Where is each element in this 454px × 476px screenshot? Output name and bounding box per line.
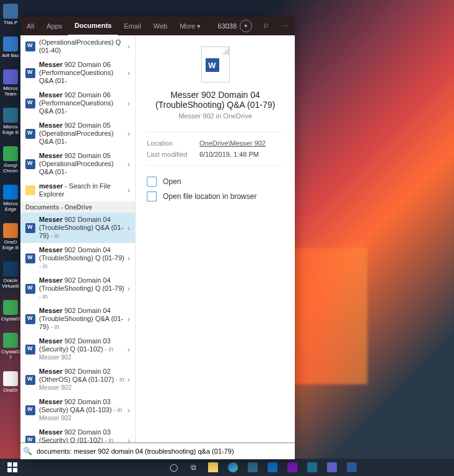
open-label: Open <box>163 177 181 186</box>
word-icon <box>25 42 35 51</box>
chevron-right-icon: › <box>125 254 133 263</box>
results-column: (OperationalProcedures) Q (01-40)›Messer… <box>20 35 136 443</box>
search-result-item[interactable]: Messer 902 Domain 04 (TroubleShooting) Q… <box>20 243 135 273</box>
search-result-item[interactable]: Messer 902 Domain 04 (TroubleShooting) Q… <box>20 273 135 304</box>
result-text: Messer 902 Domain 03 (Security) Q&A (01-… <box>39 398 125 422</box>
result-text: Messer 902 Domain 04 (TroubleShooting) Q… <box>39 246 125 270</box>
filter-tab[interactable]: Documents <box>68 16 118 36</box>
chevron-right-icon: › <box>125 345 133 354</box>
svg-rect-2 <box>7 468 12 472</box>
search-result-item[interactable]: Messer 902 Domain 03 (Security) Q&A (01-… <box>20 395 135 425</box>
open-location-action[interactable]: Open file location in browser <box>147 189 284 204</box>
section-header: Documents - OneDrive <box>20 201 135 213</box>
chevron-right-icon: › <box>125 42 133 51</box>
photos-icon[interactable] <box>302 459 322 476</box>
desktop-icon[interactable]: CrystalD <box>2 300 19 322</box>
word-icon <box>25 284 35 294</box>
results-list[interactable]: (OperationalProcedures) Q (01-40)›Messer… <box>20 35 135 443</box>
desktop-icon[interactable]: This P <box>2 4 19 25</box>
desktop-icon[interactable]: Googl Chrom <box>2 146 19 174</box>
svg-rect-3 <box>13 468 17 472</box>
folder-icon <box>147 192 157 201</box>
file-explorer-icon[interactable] <box>203 459 223 476</box>
word-icon <box>25 314 35 324</box>
search-result-item[interactable]: messer - Search in File Explorer› <box>20 179 135 201</box>
more-options-icon[interactable]: ⋯ <box>276 17 295 35</box>
desktop-wallpaper: This PArif BacMicros TeamMicros Edge BGo… <box>0 0 454 476</box>
result-text: Messer 902 Domain 05 (OperationalProcedu… <box>39 121 125 146</box>
word-icon <box>25 129 35 139</box>
chevron-right-icon: › <box>125 284 133 293</box>
svg-rect-1 <box>13 462 17 467</box>
word-icon[interactable] <box>342 459 362 476</box>
result-text: Messer 902 Domain 06 (PerformanceQuestio… <box>39 61 125 85</box>
word-icon <box>25 223 35 233</box>
modified-value: 6/10/2019, 1:48 PM <box>199 151 259 158</box>
modified-label: Last modified <box>147 151 199 158</box>
desktop-icon[interactable]: OneD Edge B <box>2 223 19 250</box>
edge-icon[interactable] <box>223 459 243 476</box>
desktop-icon[interactable]: Micros Edge B <box>2 108 19 135</box>
word-file-icon: W <box>201 46 230 82</box>
search-result-item[interactable]: Messer 902 Domain 06 (PerformanceQuestio… <box>20 88 135 118</box>
task-view-icon[interactable]: ⧉ <box>183 459 203 476</box>
desktop-icon[interactable]: Micros Edge <box>2 185 19 212</box>
desktop-icons: This PArif BacMicros TeamMicros Edge BGo… <box>2 0 20 393</box>
rewards-points: 63038 <box>217 22 237 30</box>
chevron-right-icon: › <box>125 186 133 195</box>
search-result-item[interactable]: (OperationalProcedures) Q (01-40)› <box>20 35 135 58</box>
search-input[interactable] <box>34 447 295 455</box>
search-result-item[interactable]: Messer 902 Domain 03 (Security) Q (01-10… <box>20 334 135 364</box>
filter-tab[interactable]: All <box>20 17 40 35</box>
search-filter-tabs: AllAppsDocumentsEmailWebMore ▾ 63038 ✦ ⚐… <box>20 17 295 35</box>
result-text: Messer 902 Domain 04 (TroubleShooting) Q… <box>39 276 125 301</box>
desktop-icon[interactable]: Arif Bac <box>2 37 19 58</box>
desktop-icon[interactable]: CrystalD 7 <box>2 333 19 360</box>
svg-rect-0 <box>7 462 12 467</box>
preview-title: Messer 902 Domain 04 (TroubleShooting) Q… <box>154 90 277 110</box>
filter-tab[interactable]: More ▾ <box>173 17 207 35</box>
result-text: Messer 902 Domain 05 (OperationalProcedu… <box>39 152 125 176</box>
filter-tab[interactable]: Web <box>147 17 173 35</box>
desktop-icon[interactable]: Micros Team <box>2 69 19 97</box>
word-icon <box>25 345 35 355</box>
filter-tab[interactable]: Email <box>118 17 147 35</box>
chevron-right-icon: › <box>125 99 133 108</box>
desktop-icon[interactable]: OneDr <box>2 371 19 393</box>
taskbar: ◯ ⧉ <box>0 459 454 476</box>
teams-icon[interactable] <box>322 459 342 476</box>
feedback-icon[interactable]: ⚐ <box>257 17 276 35</box>
onenote-icon[interactable] <box>282 459 302 476</box>
search-result-item[interactable]: Messer 902 Domain 02 (OtherOS) Q&A (01-1… <box>20 364 135 395</box>
search-result-item[interactable]: Messer 902 Domain 05 (OperationalProcedu… <box>20 118 135 149</box>
location-value[interactable]: OneDrive\Messer 902 <box>199 139 266 147</box>
search-result-item[interactable]: Messer 902 Domain 06 (PerformanceQuestio… <box>20 58 135 88</box>
search-icon: 🔍 <box>20 447 34 456</box>
search-result-item[interactable]: Messer 902 Domain 05 (OperationalProcedu… <box>20 149 135 179</box>
search-result-item[interactable]: Messer 902 Domain 03 (Security) Q (01-10… <box>20 425 135 443</box>
rewards-counter[interactable]: 63038 ✦ <box>217 20 252 32</box>
result-text: Messer 902 Domain 03 (Security) Q (01-10… <box>39 337 125 361</box>
store-icon[interactable] <box>243 459 263 476</box>
open-action[interactable]: Open <box>147 174 284 189</box>
preview-metadata: Location OneDrive\Messer 902 Last modifi… <box>147 132 284 165</box>
rewards-icon: ✦ <box>240 20 252 32</box>
word-icon <box>25 405 35 415</box>
cortana-icon[interactable]: ◯ <box>164 459 183 476</box>
word-icon <box>25 375 35 385</box>
result-text: Messer 902 Domain 03 (Security) Q (01-10… <box>39 428 125 443</box>
search-result-item[interactable]: Messer 902 Domain 04 (TroubleShooting) Q… <box>20 213 135 243</box>
start-button[interactable] <box>2 459 22 476</box>
chevron-right-icon: › <box>125 315 133 324</box>
search-result-item[interactable]: Messer 902 Domain 04 (TroubleShooting) Q… <box>20 304 135 334</box>
desktop-icon[interactable]: Oracle VirtualB <box>2 262 19 289</box>
result-text: Messer 902 Domain 02 (OtherOS) Q&A (01-1… <box>39 368 125 392</box>
open-icon <box>147 177 157 187</box>
word-icon <box>25 159 35 169</box>
chevron-right-icon: › <box>125 160 133 169</box>
result-text: (OperationalProcedures) Q (01-40) <box>39 38 125 55</box>
search-input-bar[interactable]: 🔍 <box>20 443 295 459</box>
mail-icon[interactable] <box>263 459 282 476</box>
filter-tab[interactable]: Apps <box>40 17 68 35</box>
result-text: Messer 902 Domain 04 (TroubleShooting) Q… <box>39 216 125 240</box>
